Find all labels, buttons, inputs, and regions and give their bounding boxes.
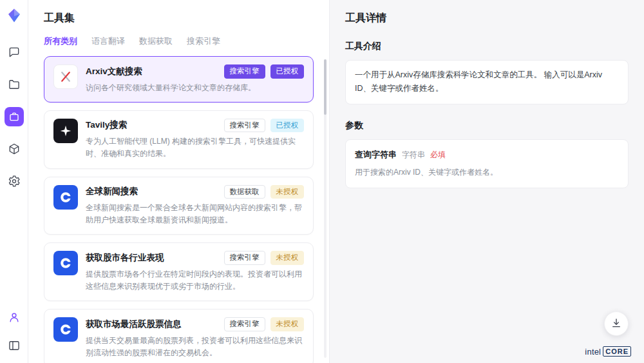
parameter-required-badge: 必填 bbox=[430, 150, 446, 161]
tab-language-translation[interactable]: 语言翻译 bbox=[91, 35, 125, 47]
tool-auth-badge: 已授权 bbox=[270, 64, 305, 79]
tool-intro-text: 一个用于从Arxiv存储库搜索科学论文和文章的工具。 输入可以是Arxiv ID… bbox=[345, 60, 629, 104]
download-button[interactable] bbox=[604, 311, 629, 336]
tool-body: 获取市场最活跃股票信息 搜索引擎 未授权 提供当天交易量最高的股票列表，投资者可… bbox=[86, 317, 304, 359]
parameter-name: 查询字符串 bbox=[355, 149, 397, 161]
app-logo bbox=[6, 8, 22, 23]
tool-name: 获取市场最活跃股票信息 bbox=[86, 319, 182, 330]
tool-body: Arxiv文献搜索 搜索引擎 已授权 访问各个研究领域大量科学论文和文章的存储库… bbox=[86, 64, 304, 94]
briefcase-icon[interactable] bbox=[5, 107, 24, 126]
tool-auth-badge: 未授权 bbox=[270, 251, 305, 265]
tool-body: 获取股市各行业表现 搜索引擎 未授权 提供股票市场各个行业在特定时间段内的表现。… bbox=[86, 251, 304, 293]
tool-category-badge: 搜索引擎 bbox=[224, 251, 265, 265]
tool-description: 专为人工智能代理 (LLM) 构建的搜索引擎工具，可快速提供实时、准确和真实的结… bbox=[86, 135, 304, 160]
sidebar-nav bbox=[5, 43, 24, 191]
detail-title: 工具详情 bbox=[345, 12, 629, 25]
tavily-icon bbox=[53, 119, 78, 143]
tool-name: 全球新闻搜索 bbox=[86, 186, 138, 197]
tool-card[interactable]: Arxiv文献搜索 搜索引擎 已授权 访问各个研究领域大量科学论文和文章的存储库… bbox=[44, 56, 314, 103]
tool-auth-badge: 未授权 bbox=[270, 317, 305, 331]
tool-name: Arxiv文献搜索 bbox=[86, 66, 142, 77]
tool-description: 访问各个研究领域大量科学论文和文章的存储库。 bbox=[86, 82, 304, 94]
parameter-description: 用于搜索的Arxiv ID、关键字或作者姓名。 bbox=[355, 166, 619, 179]
tool-list: Arxiv文献搜索 搜索引擎 已授权 访问各个研究领域大量科学论文和文章的存储库… bbox=[44, 56, 317, 363]
sidebar-bottom bbox=[5, 308, 24, 355]
tool-category-badge: 搜索引擎 bbox=[224, 317, 265, 331]
gear-icon[interactable] bbox=[5, 172, 24, 191]
tool-description: 提供股票市场各个行业在特定时间段内的表现。投资者可以利用这些信息来识别表现优于或… bbox=[86, 268, 304, 293]
tool-body: 全球新闻搜索 数据获取 未授权 全球新闻搜索是一个聚合全球各大新闻网站内容的搜索… bbox=[86, 185, 304, 227]
globalnews-icon bbox=[53, 185, 78, 210]
params-section-title: 参数 bbox=[345, 120, 629, 132]
tool-list-panel: 工具集 所有类别 语言翻译 数据获取 搜索引擎 Arxiv文献搜索 搜索引擎 已… bbox=[28, 0, 330, 363]
user-icon[interactable] bbox=[5, 308, 24, 327]
arxiv-icon bbox=[53, 64, 78, 89]
download-icon bbox=[611, 317, 622, 331]
tool-category-badge: 搜索引擎 bbox=[224, 64, 265, 79]
market-icon bbox=[53, 317, 78, 342]
parameter-card: 查询字符串 字符串 必填 用于搜索的Arxiv ID、关键字或作者姓名。 bbox=[345, 139, 629, 188]
page-title: 工具集 bbox=[44, 12, 317, 25]
tool-body: Tavily搜索 搜索引擎 已授权 专为人工智能代理 (LLM) 构建的搜索引擎… bbox=[86, 119, 304, 161]
tool-description: 全球新闻搜索是一个聚合全球各大新闻网站内容的搜索引擎，帮助用户快速获取全球最新资… bbox=[86, 202, 304, 226]
tool-category-badge: 搜索引擎 bbox=[224, 119, 265, 133]
tool-category-badge: 数据获取 bbox=[224, 185, 265, 199]
tool-card[interactable]: Tavily搜索 搜索引擎 已授权 专为人工智能代理 (LLM) 构建的搜索引擎… bbox=[44, 110, 314, 169]
tab-data-fetch[interactable]: 数据获取 bbox=[139, 35, 173, 47]
market-icon bbox=[53, 251, 78, 275]
tool-detail-panel: 工具详情 工具介绍 一个用于从Arxiv存储库搜索科学论文和文章的工具。 输入可… bbox=[330, 0, 644, 363]
scrollbar[interactable] bbox=[324, 59, 327, 358]
panel-toggle-icon[interactable] bbox=[5, 336, 24, 355]
folder-icon[interactable] bbox=[5, 75, 24, 94]
tab-all-categories[interactable]: 所有类别 bbox=[44, 35, 77, 47]
tab-search-engine[interactable]: 搜索引擎 bbox=[187, 35, 220, 47]
tool-auth-badge: 未授权 bbox=[270, 185, 305, 199]
tool-card[interactable]: 全球新闻搜索 数据获取 未授权 全球新闻搜索是一个聚合全球各大新闻网站内容的搜索… bbox=[44, 177, 314, 235]
tool-name: 获取股市各行业表现 bbox=[86, 252, 164, 264]
parameter-type: 字符串 bbox=[402, 150, 425, 161]
app-window: 工具集 所有类别 语言翻译 数据获取 搜索引擎 Arxiv文献搜索 搜索引擎 已… bbox=[0, 0, 644, 363]
cube-icon[interactable] bbox=[5, 139, 24, 159]
scrollbar-thumb[interactable] bbox=[324, 59, 327, 115]
tool-description: 提供当天交易量最高的股票列表，投资者可以利用这些信息来识别流动性强的股票和潜在的… bbox=[86, 335, 304, 359]
category-tabs: 所有类别 语言翻译 数据获取 搜索引擎 bbox=[44, 35, 317, 47]
sidebar bbox=[0, 0, 28, 363]
tool-card[interactable]: 获取市场最活跃股票信息 搜索引擎 未授权 提供当天交易量最高的股票列表，投资者可… bbox=[44, 309, 314, 363]
chat-icon[interactable] bbox=[5, 43, 24, 62]
tool-auth-badge: 已授权 bbox=[270, 119, 305, 133]
tool-name: Tavily搜索 bbox=[86, 119, 127, 131]
tool-card[interactable]: 获取股市各行业表现 搜索引擎 未授权 提供股票市场各个行业在特定时间段内的表现。… bbox=[44, 242, 314, 301]
intro-section-title: 工具介绍 bbox=[345, 41, 629, 52]
intel-core-logo: intel CORE bbox=[585, 346, 631, 357]
parameter-header: 查询字符串 字符串 必填 bbox=[355, 149, 619, 161]
